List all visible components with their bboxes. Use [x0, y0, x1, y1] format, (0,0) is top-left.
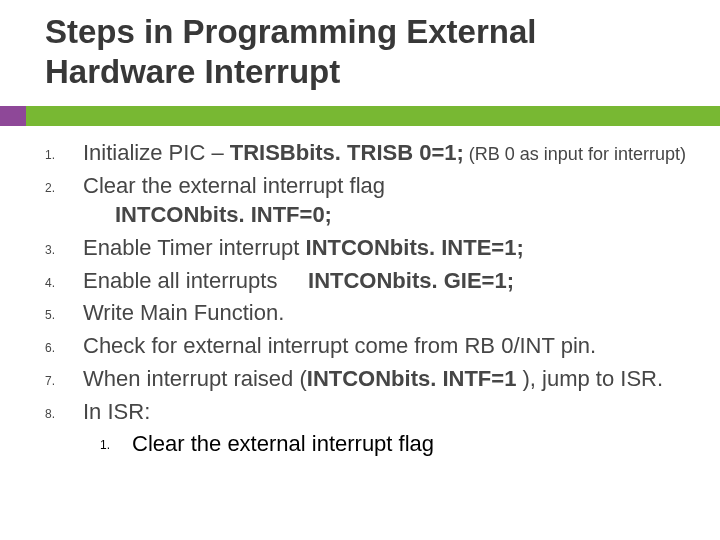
text: Initialize PIC – [83, 140, 230, 165]
list-item: 8. In ISR: [45, 397, 700, 427]
steps-list: 1. Initialize PIC – TRISBbits. TRISB 0=1… [45, 138, 700, 459]
text: Write Main Function. [83, 300, 284, 325]
text: In ISR: [83, 399, 150, 424]
item-marker: 8. [45, 397, 83, 427]
accent-bar [0, 106, 720, 126]
bold-text: INTCONbits. GIE=1; [308, 268, 514, 293]
list-item: 7. When interrupt raised (INTCONbits. IN… [45, 364, 700, 394]
list-item: 3. Enable Timer interrupt INTCONbits. IN… [45, 233, 700, 263]
sub-list-item: 1. Clear the external interrupt flag [100, 429, 700, 459]
list-item: 4. Enable all interrupts INTCONbits. GIE… [45, 266, 700, 296]
list-item: 1. Initialize PIC – TRISBbits. TRISB 0=1… [45, 138, 700, 168]
sub-marker: 1. [100, 429, 132, 459]
item-content: Clear the external interrupt flag INTCON… [83, 171, 385, 230]
slide-title: Steps in Programming External Hardware I… [45, 12, 675, 91]
text: Clear the external interrupt flag [83, 171, 385, 201]
list-item: 5. Write Main Function. [45, 298, 700, 328]
accent-square [0, 106, 26, 126]
text: When interrupt raised ( [83, 366, 307, 391]
item-marker: 6. [45, 331, 83, 361]
item-content: Enable all interrupts INTCONbits. GIE=1; [83, 266, 514, 296]
text: Enable Timer interrupt [83, 235, 306, 260]
bold-text: TRISBbits. TRISB 0=1; [230, 140, 464, 165]
item-content: When interrupt raised (INTCONbits. INTF=… [83, 364, 663, 394]
item-marker: 2. [45, 171, 83, 230]
item-marker: 4. [45, 266, 83, 296]
bold-text: INTCONbits. INTF=1 [307, 366, 523, 391]
bold-text: INTCONbits. INTE=1; [306, 235, 524, 260]
item-marker: 5. [45, 298, 83, 328]
list-item: 6. Check for external interrupt come fro… [45, 331, 700, 361]
bold-text: INTCONbits. INTF=0; [83, 200, 385, 230]
item-content: In ISR: [83, 397, 150, 427]
item-marker: 1. [45, 138, 83, 168]
item-marker: 3. [45, 233, 83, 263]
item-marker: 7. [45, 364, 83, 394]
list-item: 2. Clear the external interrupt flag INT… [45, 171, 700, 230]
item-content: Initialize PIC – TRISBbits. TRISB 0=1; (… [83, 138, 686, 168]
small-text: (RB 0 as input for interrupt) [464, 144, 686, 164]
item-content: Check for external interrupt come from R… [83, 331, 596, 361]
text: Check for external interrupt come from R… [83, 333, 596, 358]
slide: Steps in Programming External Hardware I… [0, 0, 720, 540]
text: Enable all interrupts [83, 268, 308, 293]
item-content: Enable Timer interrupt INTCONbits. INTE=… [83, 233, 524, 263]
item-content: Write Main Function. [83, 298, 284, 328]
sub-content: Clear the external interrupt flag [132, 429, 434, 459]
text: ), jump to ISR. [523, 366, 664, 391]
